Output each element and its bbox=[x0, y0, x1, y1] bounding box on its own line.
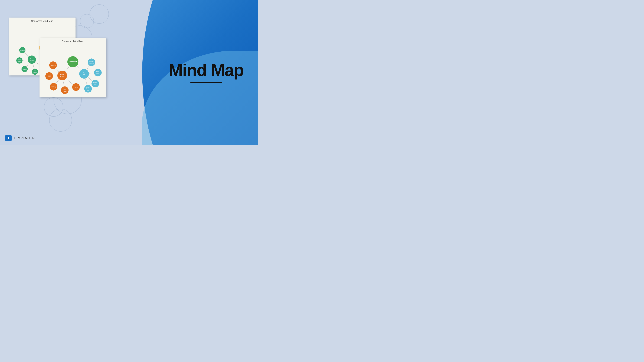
logo-area: T TEMPLATE.NET bbox=[5, 135, 39, 141]
svg-text:Crime: Crime bbox=[87, 90, 89, 91]
svg-text:Social: Social bbox=[18, 59, 21, 60]
svg-point-70 bbox=[61, 86, 68, 94]
card-1-title: Character Mind Map bbox=[9, 17, 76, 23]
svg-text:Prota-: Prota- bbox=[30, 58, 34, 60]
svg-text:Journey: Journey bbox=[23, 69, 27, 70]
logo-icon: T bbox=[5, 135, 12, 141]
card-2: Character Mind Map Character Prota- goni… bbox=[40, 38, 106, 97]
svg-text:Antago-: Antago- bbox=[82, 72, 86, 74]
svg-text:nist: nist bbox=[83, 74, 85, 75]
svg-text:Social: Social bbox=[96, 71, 100, 72]
svg-text:gonist: gonist bbox=[30, 60, 34, 61]
logo-suffix: .NET bbox=[31, 136, 39, 140]
svg-text:Ambition: Ambition bbox=[50, 64, 56, 66]
svg-text:Friends: Friends bbox=[74, 86, 78, 88]
svg-text:Status: Status bbox=[18, 61, 21, 62]
svg-text:Organized: Organized bbox=[86, 88, 90, 89]
svg-text:Interest: Interest bbox=[33, 72, 37, 73]
card-2-title: Character Mind Map bbox=[40, 38, 106, 44]
svg-text:Love: Love bbox=[34, 70, 36, 71]
svg-text:Character: Character bbox=[69, 61, 77, 63]
svg-text:gonist: gonist bbox=[60, 76, 64, 77]
svg-text:Status: Status bbox=[96, 73, 100, 74]
logo-icon-letter: T bbox=[8, 136, 10, 140]
logo-brand: TEMPLATE bbox=[13, 136, 31, 140]
svg-text:Ambition: Ambition bbox=[20, 50, 24, 51]
svg-text:Status: Status bbox=[48, 76, 51, 77]
logo-text: TEMPLATE.NET bbox=[13, 136, 39, 140]
svg-text:Involved in: Involved in bbox=[86, 87, 90, 88]
card-2-svg: Character Prota- gonist Antago- nist Amb… bbox=[40, 44, 106, 97]
svg-text:Interest: Interest bbox=[63, 90, 67, 92]
title-underline bbox=[190, 82, 222, 83]
page-title: Mind Map bbox=[168, 62, 244, 79]
svg-text:Political: Political bbox=[94, 82, 97, 83]
svg-text:Journey: Journey bbox=[51, 86, 56, 87]
title-area: Mind Map bbox=[168, 62, 244, 83]
svg-text:Social: Social bbox=[48, 74, 50, 76]
svg-text:Opposite: Opposite bbox=[89, 61, 94, 62]
svg-text:Prota-: Prota- bbox=[60, 74, 64, 75]
svg-text:Ambition: Ambition bbox=[90, 62, 94, 64]
svg-text:Love: Love bbox=[64, 89, 66, 90]
svg-text:Figure: Figure bbox=[94, 84, 97, 85]
